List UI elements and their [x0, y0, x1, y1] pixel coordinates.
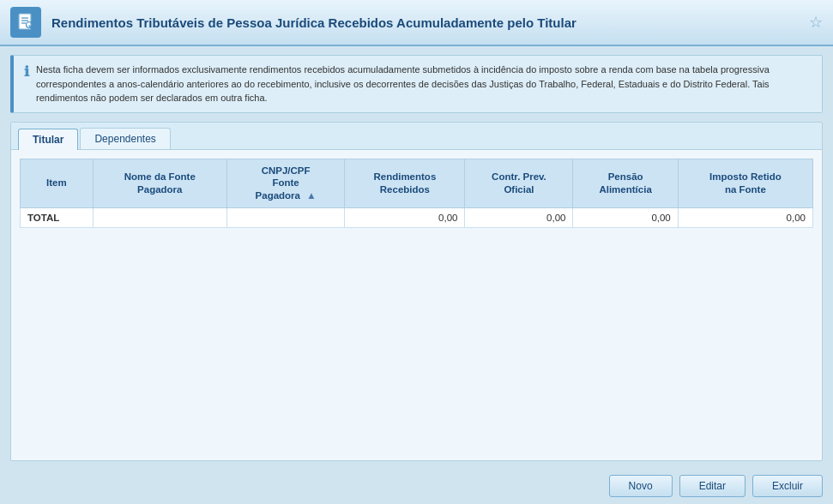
total-contr-prev: 0,00 — [465, 208, 573, 228]
page-title: Rendimentos Tributáveis de Pessoa Jurídi… — [51, 15, 809, 30]
table-wrapper: Item Nome da FontePagadora CNPJ/CPFFonte… — [11, 150, 822, 461]
favorite-star-icon[interactable]: ☆ — [809, 13, 823, 32]
col-rendimentos: RendimentosRecebidos — [345, 159, 465, 208]
total-cnpj — [226, 208, 344, 228]
info-text: Nesta ficha devem ser informados exclusi… — [36, 63, 812, 105]
excluir-button[interactable]: Excluir — [752, 475, 823, 497]
col-nome-fonte: Nome da FontePagadora — [93, 159, 226, 208]
total-label: TOTAL — [21, 208, 94, 228]
header: Rendimentos Tributáveis de Pessoa Jurídi… — [0, 0, 833, 46]
total-rendimentos: 0,00 — [345, 208, 465, 228]
main-container: Rendimentos Tributáveis de Pessoa Jurídi… — [0, 0, 833, 504]
col-pensao: PensãoAlimentícia — [573, 159, 678, 208]
total-row: TOTAL 0,00 0,00 0,00 0,00 — [21, 208, 813, 228]
footer-buttons: Novo Editar Excluir — [0, 468, 833, 504]
editar-button[interactable]: Editar — [679, 475, 745, 497]
total-imposto-retido: 0,00 — [678, 208, 812, 228]
total-pensao: 0,00 — [573, 208, 678, 228]
col-cnpj-cpf[interactable]: CNPJ/CPFFontePagadora ▲ — [226, 159, 344, 208]
total-nome — [93, 208, 226, 228]
info-box: ℹ Nesta ficha devem ser informados exclu… — [10, 55, 823, 113]
col-imposto-retido: Imposto Retidona Fonte — [678, 159, 812, 208]
tabs-bar: Titular Dependentes — [11, 123, 822, 150]
col-item: Item — [21, 159, 94, 208]
tab-titular[interactable]: Titular — [18, 129, 78, 150]
data-table: Item Nome da FontePagadora CNPJ/CPFFonte… — [20, 159, 813, 229]
col-contr-prev: Contr. Prev.Oficial — [465, 159, 573, 208]
content-area: Titular Dependentes Item Nome da FontePa… — [10, 122, 823, 462]
info-icon: ℹ — [24, 63, 29, 80]
header-icon — [10, 7, 41, 38]
tab-dependentes[interactable]: Dependentes — [80, 128, 170, 149]
novo-button[interactable]: Novo — [609, 475, 673, 497]
